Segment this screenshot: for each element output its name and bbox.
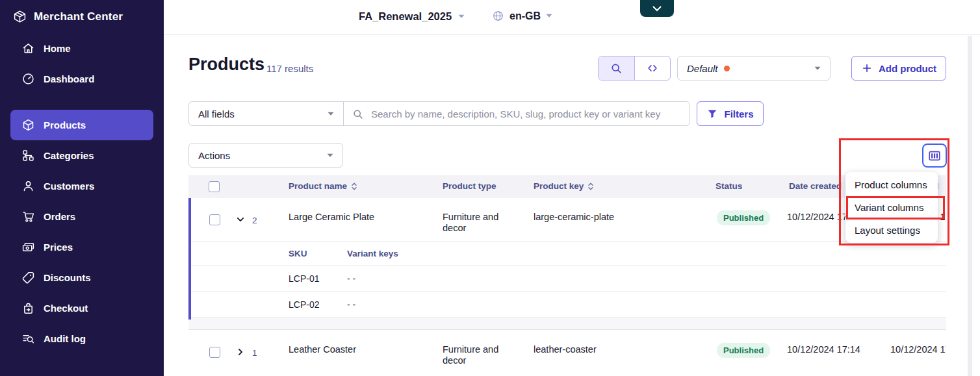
sidebar-item-label: Prices <box>44 242 73 253</box>
results-count: 117 results <box>266 63 313 74</box>
variant-keys-cell: - - <box>347 299 355 310</box>
locale-selector[interactable]: en-GB <box>492 10 552 22</box>
add-product-label: Add product <box>879 63 936 74</box>
vertical-scrollbar[interactable] <box>968 36 972 376</box>
select-all-checkbox[interactable] <box>209 181 220 192</box>
locale-value: en-GB <box>509 10 541 22</box>
brand-name: Merchant Center <box>34 10 123 23</box>
sidebar-item-customers[interactable]: Customers <box>10 171 153 201</box>
columns-icon <box>927 149 942 163</box>
nav-spacer <box>0 94 164 110</box>
chevron-down-icon <box>546 14 552 18</box>
product-name-cell: Leather Coaster <box>289 344 356 355</box>
collapsed-banner-toggle[interactable] <box>640 0 674 17</box>
products-table: Product name Product type Product key St… <box>188 175 946 373</box>
chevron-down-icon <box>814 66 821 71</box>
chevron-right-icon <box>234 345 247 358</box>
sidebar: Merchant Center Home Dashboard Produc <box>0 0 164 376</box>
select-row-checkbox[interactable] <box>209 214 220 225</box>
chevron-down-icon <box>458 14 465 19</box>
column-header-product-name[interactable]: Product name <box>289 181 357 191</box>
column-label: Product key <box>534 181 584 191</box>
dashboard-icon <box>21 72 35 86</box>
column-header-date-created[interactable]: Date created <box>789 181 853 191</box>
sidebar-item-discounts[interactable]: Discounts <box>10 262 153 293</box>
menu-item-layout-settings[interactable]: Layout settings <box>845 219 938 242</box>
status-badge: Published <box>717 210 770 225</box>
variant-row-lcp-01[interactable]: LCP-01 - - <box>188 266 946 292</box>
chevron-down-icon <box>234 213 247 226</box>
collapse-row-button[interactable] <box>234 213 247 226</box>
chevron-down-icon <box>327 153 333 158</box>
sidebar-item-label: Home <box>44 43 71 54</box>
column-label: Status <box>716 181 742 191</box>
view-select[interactable]: Default <box>677 56 831 81</box>
sidebar-item-label: Orders <box>44 211 75 222</box>
search-field-value: All fields <box>198 108 235 119</box>
sidebar-item-label: Dashboard <box>44 73 94 84</box>
table-row-large-ceramic-plate[interactable]: 2 Large Ceramic Plate Furniture and deco… <box>188 198 946 242</box>
add-product-button[interactable]: Add product <box>851 56 946 81</box>
column-settings-menu: Product columns Variant columns Layout s… <box>845 172 938 243</box>
column-header-product-type: Product type <box>443 181 496 191</box>
search-icon <box>610 62 623 75</box>
variant-sku-cell: LCP-02 <box>289 299 319 310</box>
sidebar-item-prices[interactable]: Prices <box>10 232 153 262</box>
menu-item-variant-columns[interactable]: Variant columns <box>845 196 938 219</box>
sidebar-item-label: Categories <box>44 150 94 161</box>
sidebar-nav: Home Dashboard Products Categories <box>0 33 164 354</box>
actions-select[interactable]: Actions <box>188 143 343 168</box>
products-icon <box>21 118 35 132</box>
sidebar-item-products[interactable]: Products <box>10 110 153 140</box>
product-key-cell: large-ceramic-plate <box>534 212 614 222</box>
variant-row-lcp-02[interactable]: LCP-02 - - <box>188 292 946 318</box>
search-field-select[interactable]: All fields <box>189 102 344 125</box>
table-row-leather-coaster[interactable]: 1 Leather Coaster Furniture and decor le… <box>188 329 946 373</box>
sidebar-item-orders[interactable]: Orders <box>10 201 153 232</box>
expanded-group-indicator <box>188 198 191 320</box>
searchbar: All fields <box>188 101 690 126</box>
date-created-cell: 10/12/2024 17:14 <box>787 344 860 355</box>
row-group-gap <box>188 318 946 329</box>
sidebar-item-label: Products <box>44 119 86 131</box>
sidebar-item-label: Customers <box>44 181 94 192</box>
table-header-row: Product name Product type Product key St… <box>188 175 946 198</box>
search-input[interactable] <box>370 108 682 120</box>
brand: Merchant Center <box>0 0 164 23</box>
column-settings-button[interactable] <box>922 144 947 168</box>
sidebar-item-label: Audit log <box>44 333 86 344</box>
query-mode-button[interactable] <box>635 56 671 80</box>
search-icon <box>352 108 364 120</box>
search-mode-button[interactable] <box>599 56 635 80</box>
merchant-center-logo-icon <box>13 10 27 23</box>
checkout-icon <box>21 301 35 315</box>
select-row-checkbox[interactable] <box>209 347 220 358</box>
filters-button[interactable]: Filters <box>697 101 764 126</box>
variant-sku-cell: LCP-01 <box>289 273 319 284</box>
discounts-icon <box>21 271 35 284</box>
sidebar-item-audit-log[interactable]: Audit log <box>10 323 153 354</box>
prices-icon <box>21 240 35 254</box>
column-label: Date created <box>789 181 842 191</box>
column-label: Product type <box>443 181 496 191</box>
variant-column-keys: Variant keys <box>347 249 398 258</box>
variant-table-header: SKU Variant keys <box>188 242 946 266</box>
project-selector[interactable]: FA_Renewal_2025 <box>359 10 465 23</box>
date-modified-cell: 10/12/2024 17:14 <box>890 344 946 355</box>
sidebar-item-checkout[interactable]: Checkout <box>10 293 153 323</box>
chevron-down-icon <box>652 6 662 12</box>
column-header-product-key[interactable]: Product key <box>534 181 594 191</box>
page-title: Products <box>188 55 264 75</box>
merchant-center-screen: Merchant Center Home Dashboard Produc <box>0 0 980 376</box>
product-name-cell: Large Ceramic Plate <box>289 212 374 222</box>
home-icon <box>21 42 35 55</box>
code-icon <box>646 62 659 75</box>
expand-row-button[interactable] <box>234 345 247 358</box>
sidebar-item-home[interactable]: Home <box>10 33 153 64</box>
sort-icon <box>351 182 357 191</box>
menu-item-product-columns[interactable]: Product columns <box>845 173 938 196</box>
sidebar-item-dashboard[interactable]: Dashboard <box>10 64 153 94</box>
filter-icon <box>706 108 718 119</box>
sidebar-item-categories[interactable]: Categories <box>10 140 153 171</box>
variant-column-sku: SKU <box>289 249 307 258</box>
